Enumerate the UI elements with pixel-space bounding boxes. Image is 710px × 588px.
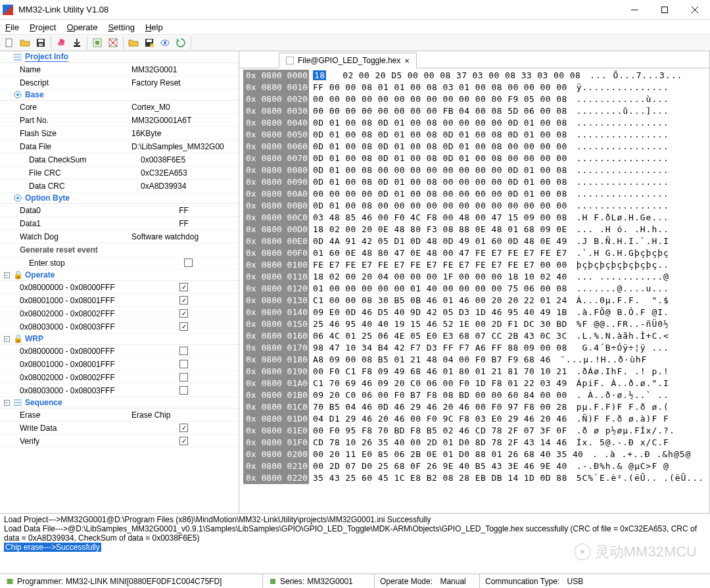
hex-row[interactable]: 0x 0800 01C070 B5 04 46 0D 46 29 46 20 4… bbox=[243, 401, 705, 413]
section-base[interactable]: Base bbox=[0, 89, 239, 101]
hex-row[interactable]: 0x 0800 000018 02 00 20 D5 00 00 08 37 0… bbox=[243, 70, 705, 82]
seq-write[interactable]: Write Data bbox=[0, 422, 239, 435]
hex-row[interactable]: 0x 0800 00B00D 01 00 08 00 00 00 00 00 0… bbox=[243, 200, 705, 212]
hex-row[interactable]: 0x 0800 00900D 01 00 08 0D 01 00 08 00 0… bbox=[243, 176, 705, 188]
prop-datafile[interactable]: Data FileD:\LibSamples_MM32G00 bbox=[0, 140, 239, 153]
wrp-range-3[interactable]: 0x08003000 - 0x08003FFF bbox=[0, 384, 239, 397]
prop-datacrc[interactable]: Data CRC0xA8D39934 bbox=[0, 180, 239, 193]
prop-wdg[interactable]: Watch DogSoftware watchdog bbox=[0, 230, 239, 243]
property-pane[interactable]: Project Info Name MM32G0001 Descript Fac… bbox=[0, 51, 239, 513]
section-sequence[interactable]: − Sequence bbox=[0, 397, 239, 408]
range-checkbox[interactable] bbox=[179, 283, 188, 291]
operate-range-3[interactable]: 0x08003000 - 0x08003FFF bbox=[0, 320, 239, 333]
folder-icon[interactable] bbox=[126, 36, 141, 50]
hex-row[interactable]: 0x 0800 0100FE E7 FE E7 FE E7 FE E7 FE E… bbox=[243, 259, 705, 271]
menu-help[interactable]: Help bbox=[145, 22, 163, 32]
collapse-icon[interactable]: − bbox=[4, 272, 10, 278]
tab-file[interactable]: File@GPIO_LED_Toggle.hex × bbox=[279, 53, 417, 68]
section-operate[interactable]: − 🔒 Operate bbox=[0, 270, 239, 281]
range-checkbox[interactable] bbox=[179, 322, 188, 331]
hex-row[interactable]: 0x 0800 0180A8 09 00 08 B5 01 21 48 04 0… bbox=[243, 354, 705, 366]
range-checkbox[interactable] bbox=[179, 309, 188, 318]
hex-row[interactable]: 0x 0800 0130C1 00 00 08 30 B5 0B 46 01 4… bbox=[243, 295, 705, 306]
minimize-button[interactable] bbox=[619, 0, 650, 20]
prop-filecrc[interactable]: File CRC0xC32EA653 bbox=[0, 166, 239, 180]
hex-row[interactable]: 0x 0800 00F001 60 0E 48 80 47 0E 48 00 4… bbox=[243, 247, 705, 259]
collapse-icon[interactable]: − bbox=[4, 336, 10, 342]
disconnect-icon[interactable] bbox=[106, 36, 120, 50]
collapse-icon[interactable]: − bbox=[4, 400, 10, 406]
hex-row[interactable]: 0x 0800 00C003 48 85 46 00 F0 4C F8 00 4… bbox=[243, 212, 705, 224]
operate-range-1[interactable]: 0x08001000 - 0x08001FFF bbox=[0, 294, 239, 307]
hex-row[interactable]: 0x 0800 01A0C1 70 69 46 09 20 C0 06 00 F… bbox=[243, 378, 705, 389]
hex-row[interactable]: 0x 0800 01F0CD 78 10 26 35 40 00 2D 01 D… bbox=[243, 437, 705, 449]
hex-row[interactable]: 0x 0800 012001 00 00 00 00 00 01 40 00 0… bbox=[243, 283, 705, 295]
hex-row[interactable]: 0x 0800 011018 02 00 20 04 00 00 00 1F 0… bbox=[243, 271, 705, 283]
section-project-info[interactable]: Project Info bbox=[0, 51, 239, 63]
hex-row[interactable]: 0x 0800 00700D 01 00 08 0D 01 00 08 0D 0… bbox=[243, 153, 705, 164]
hex-row[interactable]: 0x 0800 020000 20 11 E0 85 06 2B 0E 01 D… bbox=[243, 449, 705, 460]
erase-icon[interactable] bbox=[54, 36, 68, 50]
prop-flash[interactable]: Flash Size16KByte bbox=[0, 127, 239, 140]
open-icon[interactable] bbox=[18, 36, 32, 50]
new-icon[interactable] bbox=[2, 36, 16, 50]
hex-row[interactable]: 0x 0800 017098 47 10 34 B4 42 F7 D3 FF F… bbox=[243, 342, 705, 354]
range-checkbox[interactable] bbox=[179, 360, 188, 368]
menu-project[interactable]: Project bbox=[30, 22, 56, 32]
prop-data0[interactable]: Data0FF bbox=[0, 204, 239, 217]
wrp-range-1[interactable]: 0x08001000 - 0x08001FFF bbox=[0, 358, 239, 371]
download-icon[interactable] bbox=[70, 36, 84, 50]
seq-verify[interactable]: Verify bbox=[0, 435, 239, 448]
hex-row[interactable]: 0x 0800 01B009 20 C0 06 00 F0 B7 F8 08 B… bbox=[243, 389, 705, 401]
hex-row[interactable]: 0x 0800 00400D 01 00 08 0D 01 00 08 00 0… bbox=[243, 117, 705, 129]
write-checkbox[interactable] bbox=[179, 424, 188, 432]
range-checkbox[interactable] bbox=[179, 386, 188, 395]
section-wrp[interactable]: − 🔒 WRP bbox=[0, 333, 239, 345]
hex-row[interactable]: 0x 0800 00800D 01 00 08 00 00 00 00 00 0… bbox=[243, 164, 705, 176]
log-pane[interactable]: Load Project--->MM32G0001@D:\Program Fil… bbox=[0, 513, 710, 566]
verify-checkbox[interactable] bbox=[179, 437, 188, 445]
operate-range-0[interactable]: 0x08000000 - 0x08000FFF bbox=[0, 281, 239, 294]
close-button[interactable] bbox=[680, 0, 710, 20]
hex-row[interactable]: 0x 0800 01E000 F0 95 F8 70 BD F8 B5 02 4… bbox=[243, 425, 705, 437]
menu-file[interactable]: File bbox=[5, 22, 19, 32]
hex-row[interactable]: 0x 0800 0010FF 00 00 08 01 01 00 08 03 0… bbox=[243, 82, 705, 93]
wrp-range-2[interactable]: 0x08002000 - 0x08002FFF bbox=[0, 371, 239, 384]
refresh-icon[interactable] bbox=[174, 36, 188, 50]
hex-row[interactable]: 0x 0800 002000 00 00 00 00 00 00 00 00 0… bbox=[243, 93, 705, 105]
save-icon[interactable] bbox=[34, 36, 48, 50]
hex-row[interactable]: 0x 0800 021000 2D 07 D0 25 68 0F 26 9E 4… bbox=[243, 460, 705, 472]
wrp-range-0[interactable]: 0x08000000 - 0x08000FFF bbox=[0, 345, 239, 358]
maximize-button[interactable] bbox=[650, 0, 680, 20]
hex-row[interactable]: 0x 0800 022035 43 25 60 45 1C E8 B2 08 2… bbox=[243, 472, 705, 484]
section-optionbyte[interactable]: Option Byte bbox=[0, 193, 239, 204]
hex-row[interactable]: 0x 0800 00E00D 4A 91 42 05 D1 0D 48 0D 4… bbox=[243, 235, 705, 247]
hex-row[interactable]: 0x 0800 019000 F0 C1 F8 09 49 68 46 01 8… bbox=[243, 366, 705, 378]
hex-row[interactable]: 0x 0800 00600D 01 00 08 0D 01 00 08 0D 0… bbox=[243, 141, 705, 153]
connect-icon[interactable] bbox=[90, 36, 105, 50]
hex-row[interactable]: 0x 0800 01D004 D1 29 46 20 46 00 F0 9C F… bbox=[243, 413, 705, 425]
hex-row[interactable]: 0x 0800 015025 46 95 40 40 19 15 46 52 1… bbox=[243, 318, 705, 330]
view-icon[interactable] bbox=[158, 36, 172, 50]
db-save-icon[interactable] bbox=[142, 36, 156, 50]
prop-core[interactable]: CoreCortex_M0 bbox=[0, 101, 239, 114]
hex-row[interactable]: 0x 0800 00500D 01 00 08 0D 01 00 08 0D 0… bbox=[243, 129, 705, 141]
operate-range-2[interactable]: 0x08002000 - 0x08002FFF bbox=[0, 307, 239, 320]
hex-view[interactable]: 0x 0800 000018 02 00 20 D5 00 00 08 37 0… bbox=[239, 68, 709, 513]
hex-row[interactable]: 0x 0800 00A000 00 00 00 0D 01 00 08 00 0… bbox=[243, 188, 705, 200]
prop-partno[interactable]: Part No.MM32G0001A6T bbox=[0, 114, 239, 127]
prop-descript[interactable]: Descript Factory Reset bbox=[0, 76, 239, 89]
prop-data1[interactable]: Data1FF bbox=[0, 217, 239, 230]
range-checkbox[interactable] bbox=[179, 296, 188, 305]
range-checkbox[interactable] bbox=[179, 373, 188, 381]
hex-row[interactable]: 0x 0800 00D018 02 00 20 0E 48 80 F3 08 8… bbox=[243, 224, 705, 235]
range-checkbox[interactable] bbox=[179, 347, 188, 355]
close-icon[interactable]: × bbox=[404, 56, 410, 66]
hex-row[interactable]: 0x 0800 003000 00 00 00 00 00 00 00 FB 0… bbox=[243, 105, 705, 117]
enterstop-checkbox[interactable] bbox=[184, 258, 193, 267]
menu-setting[interactable]: Setting bbox=[108, 22, 134, 32]
seq-erase[interactable]: EraseErase Chip bbox=[0, 408, 239, 422]
hex-row[interactable]: 0x 0800 016006 4C 01 25 06 4E 05 E0 E3 6… bbox=[243, 330, 705, 342]
prop-checksum[interactable]: Data CheckSum0x0038F6E5 bbox=[0, 153, 239, 166]
prop-enterstop[interactable]: Enter stop bbox=[0, 257, 239, 270]
